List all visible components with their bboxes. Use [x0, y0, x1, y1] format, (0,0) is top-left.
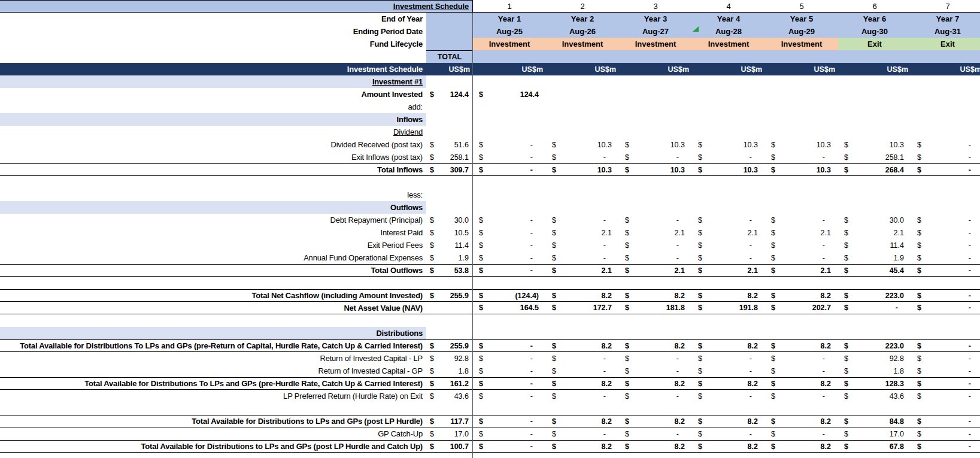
value-cell[interactable]: $17.0: [838, 427, 911, 440]
value-cell[interactable]: $268.4: [838, 164, 911, 175]
value-cell[interactable]: $92.8: [838, 352, 911, 365]
row-label-cell[interactable]: Total Inflows: [0, 164, 426, 175]
value-cell[interactable]: $-: [473, 427, 546, 440]
row-label-cell[interactable]: Annual Fund Operational Expenses: [0, 251, 426, 264]
value-cell[interactable]: $-: [473, 251, 546, 264]
value-cell[interactable]: $8.2: [619, 340, 692, 351]
value-cell[interactable]: $-: [911, 151, 980, 163]
value-cell[interactable]: $8.2: [619, 441, 692, 452]
value-cell[interactable]: $67.8: [838, 441, 911, 452]
row-label-cell[interactable]: Amount Invested: [0, 88, 426, 101]
value-cell[interactable]: $84.8: [838, 415, 911, 427]
value-cell[interactable]: $-: [473, 214, 546, 226]
value-cell[interactable]: $-: [692, 427, 765, 440]
value-cell[interactable]: $10.3: [546, 164, 619, 175]
lifecycle-cell[interactable]: Investment: [619, 38, 692, 50]
year-header-cell[interactable]: Year 1: [473, 13, 546, 25]
column-number[interactable]: 4: [692, 0, 765, 12]
value-cell[interactable]: $-: [546, 151, 619, 163]
value-cell[interactable]: $2.1: [838, 226, 911, 239]
value-cell[interactable]: $10.3: [692, 138, 765, 151]
value-cell[interactable]: $172.7: [546, 302, 619, 314]
value-cell[interactable]: $92.8: [426, 352, 473, 365]
value-cell[interactable]: $-: [911, 290, 980, 301]
value-cell[interactable]: $11.4: [838, 239, 911, 251]
value-cell[interactable]: $-: [911, 251, 980, 264]
value-cell[interactable]: $-: [838, 302, 911, 314]
value-cell[interactable]: $8.2: [619, 415, 692, 427]
period-date-cell[interactable]: Aug-30: [838, 25, 911, 38]
value-cell[interactable]: $-: [765, 365, 838, 377]
value-cell[interactable]: $8.2: [546, 415, 619, 427]
lifecycle-cell[interactable]: Investment: [765, 38, 838, 50]
value-cell[interactable]: $161.2: [426, 378, 473, 389]
value-cell[interactable]: $-: [911, 415, 980, 427]
row-label-cell[interactable]: less:: [0, 189, 426, 201]
value-cell[interactable]: $10.3: [546, 138, 619, 151]
value-cell[interactable]: $164.5: [473, 302, 546, 314]
value-cell[interactable]: $2.1: [546, 265, 619, 276]
empty-cell[interactable]: [838, 88, 911, 101]
value-cell[interactable]: $8.2: [765, 290, 838, 301]
value-cell[interactable]: $-: [911, 265, 980, 276]
value-cell[interactable]: $-: [911, 340, 980, 351]
period-date-cell[interactable]: Aug-26: [546, 25, 619, 38]
value-cell[interactable]: $-: [911, 352, 980, 365]
value-cell[interactable]: $-: [692, 365, 765, 377]
row-label-cell[interactable]: GP Catch-Up: [0, 427, 426, 440]
row-label-cell[interactable]: Debt Repayment (Principal): [0, 214, 426, 226]
value-cell[interactable]: $-: [619, 151, 692, 163]
value-cell[interactable]: $-: [692, 251, 765, 264]
value-cell[interactable]: $-: [911, 378, 980, 389]
value-cell[interactable]: $2.1: [692, 226, 765, 239]
row-label-cell[interactable]: [0, 176, 426, 189]
value-cell[interactable]: $8.2: [692, 441, 765, 452]
value-cell[interactable]: $2.1: [692, 265, 765, 276]
row-label-cell[interactable]: Inflows: [0, 113, 426, 126]
row-label-cell[interactable]: [0, 314, 426, 327]
value-cell[interactable]: $124.4: [426, 88, 473, 101]
year-header-cell[interactable]: Year 2: [546, 13, 619, 25]
value-cell[interactable]: $-: [911, 138, 980, 151]
value-cell[interactable]: $-: [692, 151, 765, 163]
value-cell[interactable]: $-: [911, 427, 980, 440]
row-label-cell[interactable]: add:: [0, 101, 426, 113]
value-cell[interactable]: $8.2: [765, 415, 838, 427]
value-cell[interactable]: $-: [765, 239, 838, 251]
value-cell[interactable]: $223.0: [838, 340, 911, 351]
fund-lifecycle-label[interactable]: Fund Lifecycle: [0, 38, 426, 50]
lifecycle-cell[interactable]: Exit: [911, 38, 980, 50]
value-cell[interactable]: $-: [765, 352, 838, 365]
value-cell[interactable]: $30.0: [426, 214, 473, 226]
row-label-cell[interactable]: Total Available for Distributions to LPs…: [0, 441, 426, 452]
value-cell[interactable]: $-: [911, 441, 980, 452]
row-label-cell[interactable]: [0, 453, 426, 458]
value-cell[interactable]: $8.2: [692, 290, 765, 301]
column-number[interactable]: 3: [619, 0, 692, 12]
value-cell[interactable]: $-: [619, 427, 692, 440]
value-cell[interactable]: $2.1: [765, 226, 838, 239]
value-cell[interactable]: $-: [765, 214, 838, 226]
value-cell[interactable]: $-: [546, 352, 619, 365]
value-cell[interactable]: $-: [765, 251, 838, 264]
value-cell[interactable]: $10.3: [765, 138, 838, 151]
lifecycle-cell[interactable]: Investment: [546, 38, 619, 50]
value-cell[interactable]: $255.9: [426, 290, 473, 301]
row-label-cell[interactable]: Exit Period Fees: [0, 239, 426, 251]
value-cell[interactable]: $-: [911, 239, 980, 251]
value-cell[interactable]: $8.2: [619, 290, 692, 301]
value-cell[interactable]: $-: [473, 138, 546, 151]
empty-cell[interactable]: [546, 88, 619, 101]
value-cell[interactable]: $8.2: [546, 441, 619, 452]
value-cell[interactable]: $-: [619, 251, 692, 264]
value-cell[interactable]: $2.1: [619, 265, 692, 276]
value-cell[interactable]: $(124.4): [473, 290, 546, 301]
empty-cell[interactable]: [619, 88, 692, 101]
value-cell[interactable]: $-: [765, 151, 838, 163]
row-label-cell[interactable]: Exit Inflows (post tax): [0, 151, 426, 163]
value-cell[interactable]: $181.8: [619, 302, 692, 314]
value-cell[interactable]: $-: [546, 365, 619, 377]
year-header-cell[interactable]: Year 3: [619, 13, 692, 25]
row-label-cell[interactable]: Return of Invested Capital - LP: [0, 352, 426, 365]
value-cell[interactable]: $258.1: [838, 151, 911, 163]
